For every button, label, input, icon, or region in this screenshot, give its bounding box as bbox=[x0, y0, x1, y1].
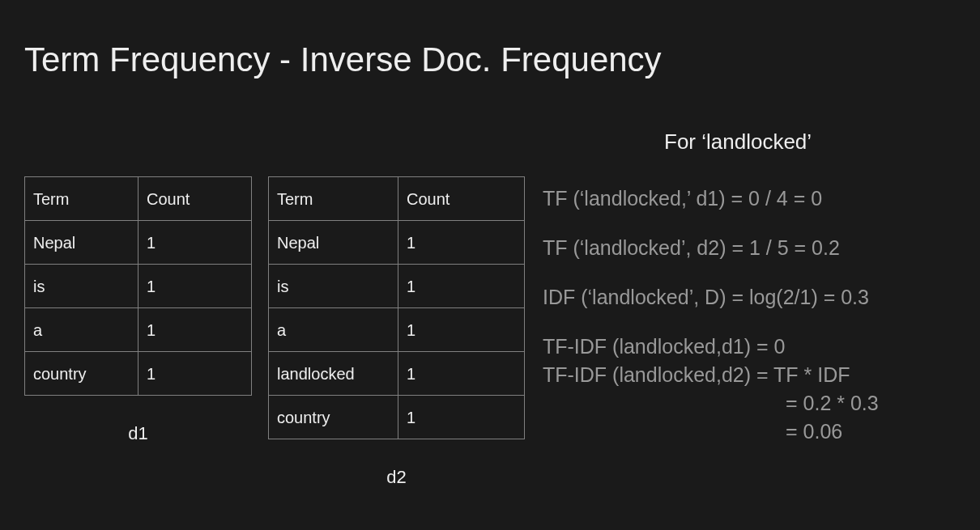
table-row: a 1 bbox=[25, 308, 252, 352]
cell-term: a bbox=[269, 308, 398, 352]
table-row: country 1 bbox=[269, 396, 525, 439]
calc-heading: For ‘landlocked’ bbox=[664, 129, 964, 155]
table-d2: Term Count Nepal 1 is 1 a 1 landlocked 1… bbox=[268, 176, 525, 439]
col-count: Count bbox=[398, 177, 525, 221]
col-count: Count bbox=[138, 177, 252, 221]
table-header-row: Term Count bbox=[269, 177, 525, 221]
table-row: country 1 bbox=[25, 352, 252, 396]
cell-count: 1 bbox=[398, 352, 525, 396]
calc-line-tf-d2: TF (‘landlocked’, d2) = 1 / 5 = 0.2 bbox=[543, 236, 964, 260]
table-d1: Term Count Nepal 1 is 1 a 1 country 1 bbox=[24, 176, 252, 396]
table-row: a 1 bbox=[269, 308, 525, 352]
table-header-row: Term Count bbox=[25, 177, 252, 221]
calc-line-tfidf-d2: TF-IDF (landlocked,d2) = TF * IDF bbox=[543, 363, 964, 387]
cell-count: 1 bbox=[138, 221, 252, 265]
calc-line-idf: IDF (‘landlocked’, D) = log(2/1) = 0.3 bbox=[543, 286, 964, 309]
cell-count: 1 bbox=[138, 265, 252, 308]
table-row: Nepal 1 bbox=[269, 221, 525, 265]
cell-term: is bbox=[25, 265, 138, 308]
calc-line-tf-d1: TF (‘landlocked,’ d1) = 0 / 4 = 0 bbox=[543, 187, 964, 210]
cell-term: Nepal bbox=[25, 221, 138, 265]
table-d1-caption: d1 bbox=[128, 423, 147, 444]
col-term: Term bbox=[25, 177, 138, 221]
calc-line-result: = 0.06 bbox=[786, 420, 964, 443]
calc-line-product: = 0.2 * 0.3 bbox=[786, 392, 964, 415]
cell-term: country bbox=[269, 396, 398, 439]
cell-count: 1 bbox=[398, 265, 525, 308]
col-term: Term bbox=[269, 177, 398, 221]
page-title: Term Frequency - Inverse Doc. Frequency bbox=[24, 40, 662, 79]
table-d1-block: Term Count Nepal 1 is 1 a 1 country 1 d1 bbox=[24, 176, 252, 444]
table-d2-caption: d2 bbox=[386, 467, 406, 488]
cell-count: 1 bbox=[138, 352, 252, 396]
table-row: is 1 bbox=[25, 265, 252, 308]
cell-count: 1 bbox=[398, 308, 525, 352]
cell-count: 1 bbox=[398, 221, 525, 265]
cell-term: landlocked bbox=[269, 352, 398, 396]
cell-count: 1 bbox=[398, 396, 525, 439]
table-row: is 1 bbox=[269, 265, 525, 308]
tables-container: Term Count Nepal 1 is 1 a 1 country 1 d1 bbox=[24, 176, 525, 488]
cell-count: 1 bbox=[138, 308, 252, 352]
cell-term: Nepal bbox=[269, 221, 398, 265]
calculation-panel: For ‘landlocked’ TF (‘landlocked,’ d1) =… bbox=[543, 129, 964, 448]
table-row: Nepal 1 bbox=[25, 221, 252, 265]
table-d2-block: Term Count Nepal 1 is 1 a 1 landlocked 1… bbox=[268, 176, 525, 488]
cell-term: country bbox=[25, 352, 138, 396]
cell-term: a bbox=[25, 308, 138, 352]
calc-line-tfidf-d1: TF-IDF (landlocked,d1) = 0 bbox=[543, 335, 964, 358]
table-row: landlocked 1 bbox=[269, 352, 525, 396]
cell-term: is bbox=[269, 265, 398, 308]
